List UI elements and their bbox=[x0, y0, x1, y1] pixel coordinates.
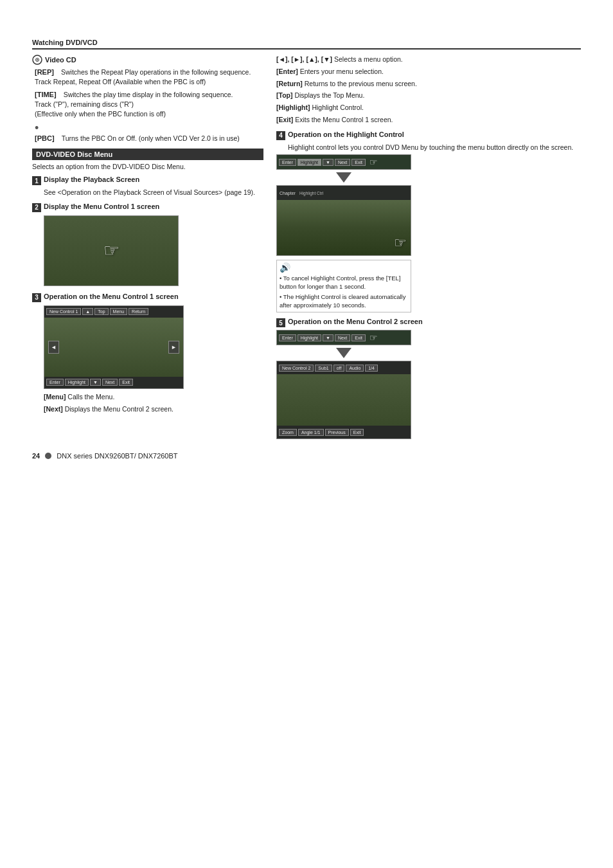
time-section: [TIME] Switches the play time display in… bbox=[32, 90, 263, 118]
highlight-ctrl-label: Highlight Ctrl bbox=[299, 191, 323, 195]
step3-text-body: [Menu] Calls the Menu. [Next] Displays t… bbox=[32, 392, 263, 415]
page-header: Watching DVD/VCD bbox=[32, 39, 581, 50]
dvd-desc: Selects an option from the DVD-VIDEO Dis… bbox=[32, 163, 263, 170]
step4-title: Operation on the Highlight Control bbox=[288, 131, 404, 138]
step3-top-bar: New Control 1 ▲ Top Menu Return bbox=[44, 306, 183, 318]
step2-title: Display the Menu Control 1 screen bbox=[44, 203, 159, 210]
hl-down: ▼ bbox=[323, 159, 333, 166]
mc2-14: 1/4 bbox=[365, 365, 378, 372]
rep-section: [REP] Switches the Repeat Play operation… bbox=[32, 68, 263, 86]
step3-title: Operation on the Menu Control 1 screen bbox=[44, 293, 179, 300]
step3-num: 3 bbox=[32, 293, 41, 302]
mc1-bottom-highlight: Highlight bbox=[65, 379, 89, 386]
page-footer: 24 DNX series DNX9260BT/ DNX7260BT bbox=[32, 452, 581, 460]
enter-label: [Enter] bbox=[276, 68, 298, 75]
step1-title: Display the Playback Screen bbox=[44, 176, 139, 183]
mc1-btn-menu: Menu bbox=[110, 308, 128, 315]
enter-desc: Enters your menu selection. bbox=[300, 68, 384, 75]
svg-point-2 bbox=[37, 59, 38, 60]
s5-enter: Enter bbox=[279, 334, 296, 341]
hand-cursor-step4: ☞ bbox=[394, 235, 407, 251]
hand-icon-hl: ☞ bbox=[369, 157, 378, 167]
mc1-btn-label: New Control 1 bbox=[46, 308, 81, 315]
time-label: [TIME] bbox=[35, 91, 57, 98]
mc1-btn-left: ◄ bbox=[48, 341, 59, 354]
step1-body: See <Operation on the Playback Screen of… bbox=[32, 188, 263, 197]
page-number: 24 bbox=[32, 452, 40, 460]
left-column: Video CD [REP] Switches the Repeat Play … bbox=[32, 55, 263, 439]
mc2-previous: Previous bbox=[325, 429, 349, 436]
exit-desc: Exits the Menu Control 1 screen. bbox=[295, 116, 393, 123]
mc2-exit: Exit bbox=[350, 429, 364, 436]
mc2-sub1: Sub1 bbox=[315, 365, 332, 372]
step3-header: 3 Operation on the Menu Control 1 screen bbox=[32, 293, 263, 302]
dvd-section-header: DVD-VIDEO Disc Menu bbox=[32, 149, 263, 160]
nav-arrows-label: [◄], [►], [▲], [▼] bbox=[276, 55, 332, 63]
next-label: [Next] bbox=[44, 405, 63, 413]
mc2-off: off bbox=[333, 365, 345, 372]
nav-arrows-desc: Selects a menu option. bbox=[334, 55, 403, 63]
step2-header: 2 Display the Menu Control 1 screen bbox=[32, 203, 263, 212]
pbc-section: [PBC] Turns the PBC On or Off. (only whe… bbox=[32, 134, 263, 143]
mc2-angle: Angle 1/1 bbox=[298, 429, 324, 436]
return-label: [Return] bbox=[276, 80, 303, 87]
highlight-desc: Highlight Control. bbox=[312, 104, 364, 111]
top-desc: Displays the Top Menu. bbox=[294, 91, 364, 99]
step3-screen: New Control 1 ▲ Top Menu Return ◄ ► Ente… bbox=[44, 305, 184, 389]
exit-label: [Exit] bbox=[276, 116, 293, 123]
s5-down: ▼ bbox=[323, 334, 333, 341]
step3-bottom-bar: Enter Highlight ▼ Next Exit bbox=[44, 377, 183, 388]
rep-label: [REP] bbox=[35, 68, 54, 76]
mc2-zoom: Zoom bbox=[279, 429, 297, 436]
page-series: DNX series DNX9260BT/ DNX7260BT bbox=[57, 452, 177, 460]
step4-screen1: Enter Highlight ▼ Next Exit ☞ bbox=[276, 154, 581, 170]
hand-icon-s5: ☞ bbox=[369, 332, 378, 343]
step2-screen-wrapper: ☞ bbox=[32, 215, 263, 286]
mc1-btn-return: Return bbox=[129, 308, 148, 315]
video-cd-header: Video CD bbox=[32, 55, 263, 65]
hl-exit: Exit bbox=[351, 159, 366, 166]
hl-highlight: Highlight bbox=[298, 159, 321, 166]
mc1-btn-up: ▲ bbox=[82, 308, 93, 315]
step1-header: 1 Display the Playback Screen bbox=[32, 176, 263, 185]
s5-exit: Exit bbox=[351, 334, 366, 341]
mc1-btn-top: Top bbox=[94, 308, 108, 315]
video-cd-label: Video CD bbox=[45, 56, 76, 64]
s5-highlight: Highlight bbox=[298, 334, 321, 341]
arrow-down-2 bbox=[276, 348, 411, 358]
time-text: Switches the play time display in the fo… bbox=[35, 91, 233, 117]
pbc-label: [PBC] bbox=[35, 134, 55, 142]
step3-mid: ◄ ► bbox=[44, 318, 183, 377]
step4-num: 4 bbox=[276, 131, 285, 140]
next-text: Displays the Menu Control 2 screen. bbox=[65, 405, 173, 413]
bullet-dot-1: • bbox=[35, 122, 263, 134]
note-section: 🔊 • To cancel Highlight Control, press t… bbox=[276, 260, 411, 312]
page-circle bbox=[45, 453, 51, 459]
note-icon: 🔊 bbox=[280, 263, 290, 272]
step5-header: 5 Operation on the Menu Control 2 screen bbox=[276, 318, 581, 327]
step3-screen-wrapper: New Control 1 ▲ Top Menu Return ◄ ► Ente… bbox=[32, 305, 263, 389]
highlight-label: [Highlight] bbox=[276, 104, 310, 111]
mc1-btn-right: ► bbox=[168, 341, 179, 354]
mc2-audio: Audio bbox=[346, 365, 364, 372]
mc2-label: New Control 2 bbox=[279, 365, 314, 372]
step2-num: 2 bbox=[32, 203, 41, 212]
step2-screen: ☞ bbox=[44, 215, 179, 286]
note-bullet-2: • The Highlight Control is cleared autom… bbox=[280, 293, 408, 310]
menu-text: Calls the Menu. bbox=[67, 393, 114, 401]
step5-screen2: New Control 2 Sub1 off Audio 1/4 Zoom An… bbox=[276, 361, 411, 439]
hand-cursor-step2: ☞ bbox=[103, 240, 120, 261]
top-label: [Top] bbox=[276, 91, 292, 99]
mc1-bottom-next: Next bbox=[102, 379, 118, 386]
mc1-bottom-exit: Exit bbox=[119, 379, 133, 386]
step4-body: Highlight control lets you control DVD M… bbox=[276, 143, 581, 152]
note-bullet-1: • To cancel Highlight Control, press the… bbox=[280, 274, 408, 291]
mc1-bottom-enter: Enter bbox=[46, 379, 64, 386]
pbc-text: Turns the PBC On or Off. (only when VCD … bbox=[57, 134, 240, 142]
hl-next: Next bbox=[335, 159, 350, 166]
chapter-label: Chapter bbox=[280, 191, 296, 195]
cd-icon bbox=[32, 55, 42, 65]
step5-num: 5 bbox=[276, 318, 285, 327]
page-header-title: Watching DVD/VCD bbox=[32, 39, 98, 46]
step1-num: 1 bbox=[32, 176, 41, 185]
